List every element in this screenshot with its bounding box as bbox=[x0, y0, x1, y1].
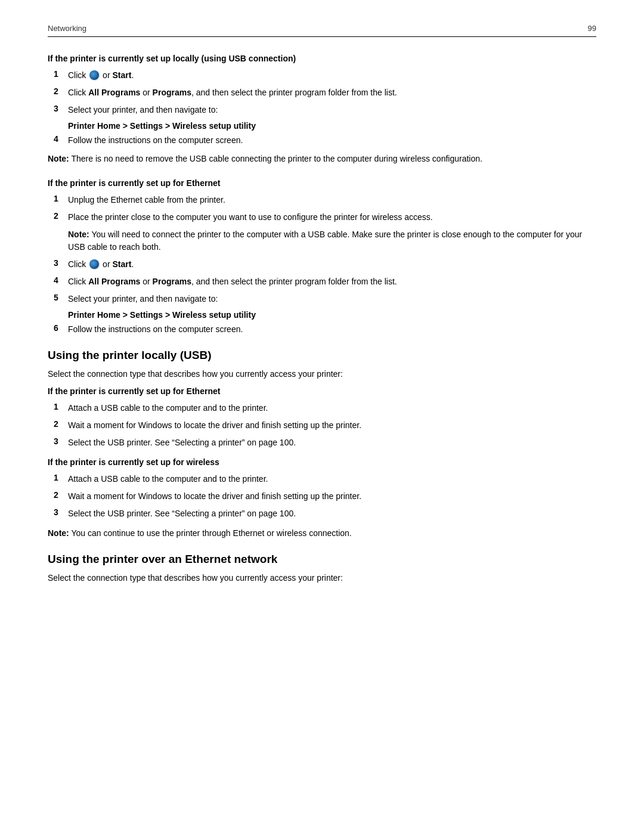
ethernet-setup-list-continued: 3 Click or Start. 4 Click All Programs o… bbox=[48, 258, 596, 305]
usb-local-section: Using the printer locally (USB) Select t… bbox=[48, 349, 596, 540]
nav-path-block: Printer Home > Settings > Wireless setup… bbox=[48, 121, 596, 131]
usb-local-intro: Select the connection type that describe… bbox=[48, 368, 596, 380]
list-number: 3 bbox=[54, 258, 68, 268]
list-item: 5 Select your printer, and then navigate… bbox=[48, 293, 596, 305]
usb-local-wireless-heading: If the printer is currently set up for w… bbox=[48, 457, 596, 467]
list-item: 1 Attach a USB cable to the computer and… bbox=[48, 473, 596, 485]
ethernet-setup-list: 1 Unplug the Ethernet cable from the pri… bbox=[48, 194, 596, 224]
list-number: 2 bbox=[54, 86, 68, 96]
page-header: Networking 99 bbox=[48, 24, 596, 37]
list-content: Place the printer close to the computer … bbox=[68, 211, 596, 224]
usb-local-note: Note: You can continue to use the printe… bbox=[48, 527, 596, 540]
list-item: 3 Select the USB printer. See “Selecting… bbox=[48, 507, 596, 520]
usb-setup-list: 1 Click or Start. 2 Click All Programs o… bbox=[48, 69, 596, 116]
note-label: Note: bbox=[48, 528, 69, 538]
windows-icon bbox=[89, 70, 99, 80]
list-item: 2 Place the printer close to the compute… bbox=[48, 211, 596, 224]
all-programs-label: All Programs bbox=[88, 277, 140, 286]
list-item: 4 Follow the instructions on the compute… bbox=[48, 134, 596, 147]
usb-local-ethernet-list: 1 Attach a USB cable to the computer and… bbox=[48, 402, 596, 449]
list-content: Wait a moment for Windows to locate the … bbox=[68, 419, 596, 432]
list-content: Click or Start. bbox=[68, 69, 596, 82]
list-item: 1 Click or Start. bbox=[48, 69, 596, 82]
programs-label: Programs bbox=[153, 88, 191, 97]
list-number: 2 bbox=[54, 490, 68, 500]
list-content: Attach a USB cable to the computer and t… bbox=[68, 473, 596, 485]
nav-path-block-2: Printer Home > Settings > Wireless setup… bbox=[48, 310, 596, 320]
usb-setup-heading: If the printer is currently set up local… bbox=[48, 54, 596, 63]
list-number: 3 bbox=[54, 507, 68, 517]
list-number: 6 bbox=[54, 323, 68, 333]
list-number: 1 bbox=[54, 69, 68, 79]
list-content: Select your printer, and then navigate t… bbox=[68, 104, 596, 116]
header-title: Networking bbox=[48, 24, 86, 33]
list-number: 3 bbox=[54, 104, 68, 113]
list-content: Follow the instructions on the computer … bbox=[68, 323, 596, 336]
note-label: Note: bbox=[68, 230, 89, 239]
list-item: 1 Unplug the Ethernet cable from the pri… bbox=[48, 194, 596, 206]
windows-icon bbox=[89, 259, 99, 269]
list-content: Select the USB printer. See “Selecting a… bbox=[68, 507, 596, 520]
list-number: 2 bbox=[54, 419, 68, 429]
list-item: 2 Wait a moment for Windows to locate th… bbox=[48, 490, 596, 503]
list-number: 3 bbox=[54, 436, 68, 446]
list-content: Select your printer, and then navigate t… bbox=[68, 293, 596, 305]
start-label: Start bbox=[112, 259, 131, 269]
start-label: Start bbox=[112, 70, 131, 80]
ethernet-network-intro: Select the connection type that describe… bbox=[48, 572, 596, 584]
note-label: Note: bbox=[48, 154, 69, 163]
list-item: 1 Attach a USB cable to the computer and… bbox=[48, 402, 596, 414]
usb-local-heading: Using the printer locally (USB) bbox=[48, 349, 596, 362]
list-content: Click All Programs or Programs, and then… bbox=[68, 275, 596, 288]
list-content: Click All Programs or Programs, and then… bbox=[68, 86, 596, 99]
indented-note-block: Note: You will need to connect the print… bbox=[68, 228, 596, 253]
list-content: Attach a USB cable to the computer and t… bbox=[68, 402, 596, 414]
nav-path: Printer Home > Settings > Wireless setup… bbox=[68, 121, 256, 131]
list-number: 4 bbox=[54, 275, 68, 285]
list-content: Follow the instructions on the computer … bbox=[68, 134, 596, 147]
list-item: 6 Follow the instructions on the compute… bbox=[48, 323, 596, 336]
list-item: 2 Click All Programs or Programs, and th… bbox=[48, 86, 596, 99]
usb-setup-list-continued: 4 Follow the instructions on the compute… bbox=[48, 134, 596, 147]
all-programs-label: All Programs bbox=[88, 88, 140, 97]
list-number: 5 bbox=[54, 293, 68, 302]
list-number: 1 bbox=[54, 194, 68, 203]
ethernet-setup-section: If the printer is currently set up for E… bbox=[48, 178, 596, 336]
programs-label: Programs bbox=[153, 277, 191, 286]
list-number: 4 bbox=[54, 134, 68, 144]
ethernet-network-heading: Using the printer over an Ethernet netwo… bbox=[48, 553, 596, 566]
usb-setup-section: If the printer is currently set up local… bbox=[48, 54, 596, 165]
ethernet-setup-list-end: 6 Follow the instructions on the compute… bbox=[48, 323, 596, 336]
nav-path-2: Printer Home > Settings > Wireless setup… bbox=[68, 310, 256, 320]
list-number: 1 bbox=[54, 402, 68, 411]
list-item: 3 Click or Start. bbox=[48, 258, 596, 271]
list-item: 3 Select the USB printer. See “Selecting… bbox=[48, 436, 596, 449]
list-content: Unplug the Ethernet cable from the print… bbox=[68, 194, 596, 206]
list-number: 1 bbox=[54, 473, 68, 482]
list-content: Click or Start. bbox=[68, 258, 596, 271]
ethernet-setup-heading: If the printer is currently set up for E… bbox=[48, 178, 596, 188]
note-text: There is no need to remove the USB cable… bbox=[69, 154, 482, 163]
usb-local-wireless-list: 1 Attach a USB cable to the computer and… bbox=[48, 473, 596, 520]
list-content: Select the USB printer. See “Selecting a… bbox=[68, 436, 596, 449]
list-number: 2 bbox=[54, 211, 68, 221]
list-content: Wait a moment for Windows to locate the … bbox=[68, 490, 596, 503]
usb-local-ethernet-heading: If the printer is currently set up for E… bbox=[48, 386, 596, 396]
page: Networking 99 If the printer is currentl… bbox=[0, 0, 644, 833]
list-item: 3 Select your printer, and then navigate… bbox=[48, 104, 596, 116]
header-page-number: 99 bbox=[588, 24, 596, 33]
list-item: 2 Wait a moment for Windows to locate th… bbox=[48, 419, 596, 432]
note-text: You will need to connect the printer to … bbox=[68, 230, 582, 252]
note-block: Note: There is no need to remove the USB… bbox=[48, 153, 596, 165]
list-item: 4 Click All Programs or Programs, and th… bbox=[48, 275, 596, 288]
ethernet-network-section: Using the printer over an Ethernet netwo… bbox=[48, 553, 596, 584]
note-text: You can continue to use the printer thro… bbox=[69, 528, 352, 538]
